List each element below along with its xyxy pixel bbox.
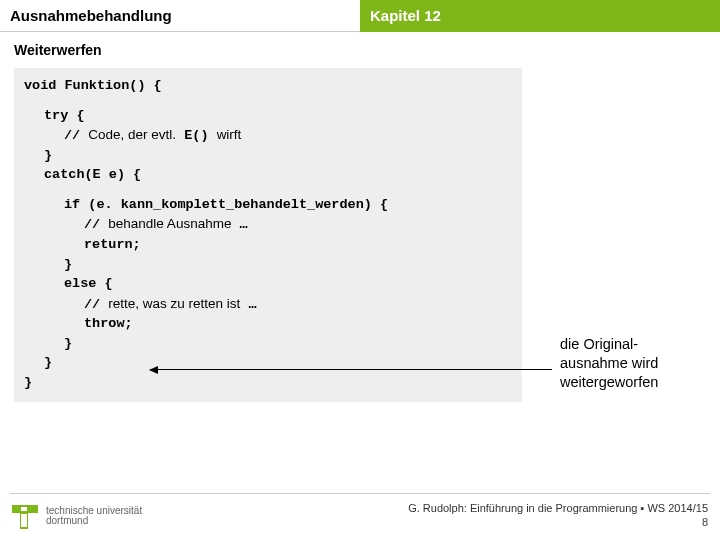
code-line: // behandle Ausnahme … bbox=[24, 214, 512, 235]
header-right-chapter: Kapitel 12 bbox=[360, 0, 720, 32]
code-line: } bbox=[24, 146, 512, 166]
slide-subtitle: Weiterwerfen bbox=[14, 42, 706, 58]
footer: technische universität dortmund G. Rudol… bbox=[0, 494, 720, 540]
footer-credit: G. Rudolph: Einführung in die Programmie… bbox=[408, 502, 708, 530]
code-line: // Code, der evtl. E() wirft bbox=[24, 125, 512, 146]
code-line: if (e. kann_komplett_behandelt_werden) { bbox=[24, 195, 512, 215]
code-fragment: wirft bbox=[217, 127, 242, 142]
code-fragment: … bbox=[240, 297, 256, 312]
code-line: // rette, was zu retten ist … bbox=[24, 294, 512, 315]
code-fragment: … bbox=[231, 217, 247, 232]
code-line-throw: throw; bbox=[24, 314, 512, 334]
header-left-title: Ausnahmebehandlung bbox=[0, 0, 360, 32]
code-fragment: Code, der evtl. bbox=[88, 127, 176, 142]
university-name: technische universität dortmund bbox=[46, 506, 142, 527]
code-line: void Funktion() { bbox=[24, 76, 512, 96]
svg-rect-3 bbox=[21, 514, 27, 527]
annotation-line: weitergeworfen bbox=[560, 373, 658, 392]
code-fragment: E() bbox=[176, 128, 217, 143]
page-number: 8 bbox=[408, 516, 708, 530]
code-line: catch(E e) { bbox=[24, 165, 512, 185]
university-logo: technische universität dortmund bbox=[10, 501, 142, 531]
code-fragment: // bbox=[64, 128, 88, 143]
code-line: else { bbox=[24, 274, 512, 294]
code-line: } bbox=[24, 255, 512, 275]
university-name-line: dortmund bbox=[46, 516, 142, 527]
code-fragment: // bbox=[84, 217, 108, 232]
code-fragment: rette, was zu retten ist bbox=[108, 296, 240, 311]
annotation-line: die Original- bbox=[560, 335, 658, 354]
annotation-text: die Original- ausnahme wird weitergeworf… bbox=[560, 335, 658, 392]
tu-logo-icon bbox=[10, 501, 40, 531]
code-line: } bbox=[24, 334, 512, 354]
code-fragment: // bbox=[84, 297, 108, 312]
code-block: void Funktion() { try { // Code, der evt… bbox=[14, 68, 522, 402]
annotation-arrow bbox=[150, 369, 552, 370]
svg-rect-2 bbox=[21, 507, 27, 511]
credit-line: G. Rudolph: Einführung in die Programmie… bbox=[408, 502, 708, 516]
header-bar: Ausnahmebehandlung Kapitel 12 bbox=[0, 0, 720, 32]
annotation-line: ausnahme wird bbox=[560, 354, 658, 373]
code-line: } bbox=[24, 373, 512, 393]
code-line: return; bbox=[24, 235, 512, 255]
code-fragment: behandle Ausnahme bbox=[108, 216, 231, 231]
code-line: try { bbox=[24, 106, 512, 126]
